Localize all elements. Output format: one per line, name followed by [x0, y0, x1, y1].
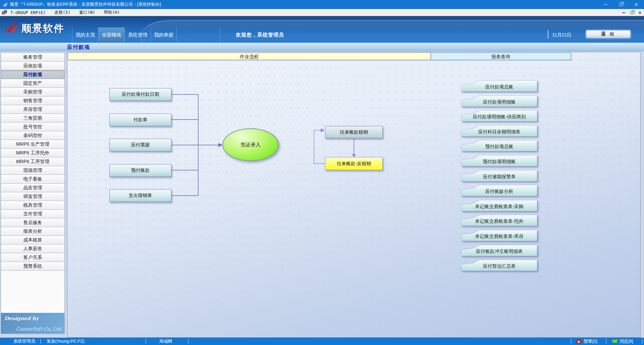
menu-item-0[interactable]: T-GROUP ERP(E) [10, 10, 46, 15]
report-button-label-2: 应付款项明细账-供应商别 [462, 111, 537, 121]
sidebar-item-19[interactable]: 售后服务 [1, 218, 64, 227]
status-messages[interactable]: 消息[9] [620, 338, 633, 345]
logout-button[interactable]: 退 出 [586, 30, 631, 38]
menu-item-2[interactable]: 窗口(W) [79, 10, 95, 15]
report-button-1[interactable]: 应付款项明细账 [462, 96, 537, 107]
report-button-label-7: 应付账龄分析 [462, 185, 537, 196]
flow-source-4[interactable]: 支出报销单 [109, 189, 171, 202]
status-separator [606, 339, 606, 344]
sidebar-item-13[interactable]: 现场管理 [1, 166, 64, 175]
menu-item-1[interactable]: 皮肤(S) [54, 10, 70, 15]
nav-tab-0[interactable]: 我的主页 [72, 27, 98, 43]
company-text: CenterSoft Co.,Ltd. [16, 326, 62, 332]
module-sidebar: 账务管理应收款项应付款项固定资产采购管理销售管理库存管理三角贸易批号管控条码管控… [1, 53, 65, 334]
current-date: 11月21日 [552, 27, 572, 43]
minimize-icon[interactable] [598, 0, 613, 9]
sidebar-item-4[interactable]: 采购管理 [1, 88, 64, 96]
sidebar-item-0[interactable]: 账务管理 [1, 53, 64, 62]
flow-source-0[interactable]: 应付款项付款日期 [109, 88, 171, 101]
flow-node-verify[interactable]: 往来账款核销 [325, 126, 383, 138]
nav-tab-3[interactable]: 我的单据 [151, 27, 177, 43]
menubar-items: T-GROUP ERP(E)皮肤(S)窗口(W)帮助(H) [10, 10, 128, 15]
sidebar-item-9[interactable]: 条码管控 [1, 131, 64, 140]
sidebar-item-2[interactable]: 应付款项 [1, 70, 64, 79]
flow-node-unverify[interactable]: 往来账款-反核销 [325, 157, 383, 170]
report-button-3[interactable]: 应付科目余额明细表 [462, 126, 537, 136]
report-button-label-8: 未记账交易检查表-采购 [462, 200, 537, 211]
status-network: 局域网 [159, 338, 172, 345]
report-button-label-0: 应付款项总账 [462, 81, 537, 91]
brand-logo-text: 顺景软件 [21, 22, 64, 36]
status-separator [642, 339, 642, 344]
report-button-7[interactable]: 应付账龄分析 [462, 185, 537, 196]
flow-source-1[interactable]: 付款单 [109, 114, 171, 126]
report-button-label-9: 未记账交易检查表-托外 [462, 215, 537, 226]
report-button-0[interactable]: 应付款项总账 [462, 81, 537, 91]
header-banner: 顺景软件 我的主页全部模块系统管理我的单据 欢迎您，系统管理员 11月21日 退… [0, 16, 644, 43]
sidebar-item-17[interactable]: 模具管理 [1, 201, 64, 210]
status-bar: 系统管理员 复杂(Young-PC:FZ) 局域网 预警[2] 消息[9] [0, 338, 644, 345]
mdi-close-icon[interactable]: × [639, 10, 641, 15]
flow-source-3[interactable]: 预付账款 [109, 164, 171, 177]
report-button-label-1: 应付款项明细账 [462, 96, 537, 107]
sidebar-item-24[interactable]: 预警系统 [1, 262, 64, 271]
designed-by-panel: Designed by CenterSoft Co.,Ltd. [1, 313, 64, 334]
sidebar-item-23[interactable]: 客户关系 [1, 253, 64, 262]
sidebar-item-10[interactable]: MRPII 生产管理 [1, 140, 64, 149]
report-button-9[interactable]: 未记账交易检查表-托外 [462, 215, 537, 226]
workflow-canvas: 作业流程 报表查询 应付款项付款日期付款单应付票据预付账款支出报销单 凭证录入 … [67, 52, 641, 338]
page-title-bar: 应付款项 [0, 43, 644, 51]
sidebar-item-7[interactable]: 三角贸易 [1, 114, 64, 123]
app-logo-icon [3, 2, 8, 7]
close-icon[interactable]: × [629, 0, 644, 9]
sidebar-item-18[interactable]: 文件管理 [1, 210, 64, 218]
brand-logo-icon [5, 21, 19, 36]
sidebar-item-21[interactable]: 成本核算 [1, 236, 64, 245]
report-button-label-4: 预付款项总账 [462, 140, 537, 151]
welcome-text: 欢迎您，系统管理员 [236, 27, 284, 43]
window-title: 顺景『T-GROUP』制造业ERP系统 - 东莞顺景软件科技有限公司 - [系统… [10, 2, 161, 7]
mdi-minimize-icon[interactable] [622, 12, 625, 13]
sidebar-item-15[interactable]: 品质管理 [1, 184, 64, 192]
status-separator [188, 339, 189, 344]
sidebar-item-22[interactable]: 人事薪资 [1, 245, 64, 253]
report-button-label-5: 预付款项明细账 [462, 155, 537, 166]
designed-by-text: Designed by [4, 316, 39, 322]
report-button-label-6: 应付逾期报警单 [462, 170, 537, 181]
sidebar-item-8[interactable]: 批号管控 [1, 123, 64, 131]
sidebar-item-16[interactable]: 研发管理 [1, 192, 64, 201]
date-separator [548, 30, 548, 39]
sidebar-item-5[interactable]: 销售管理 [1, 96, 64, 105]
report-button-label-11: 应付账款冲立账明细表 [462, 245, 537, 256]
sidebar-item-14[interactable]: 电子看板 [1, 175, 64, 184]
mdi-restore-icon[interactable] [631, 11, 633, 14]
status-alerts[interactable]: 预警[2] [584, 338, 597, 345]
status-separator [41, 339, 41, 344]
tab-separator [220, 27, 220, 43]
flow-source-2[interactable]: 应付票据 [109, 139, 171, 151]
restore-icon[interactable] [613, 0, 629, 9]
sidebar-item-11[interactable]: MRPII 工序托外 [1, 149, 64, 157]
report-button-4[interactable]: 预付款项总账 [462, 140, 537, 151]
nav-tab-1[interactable]: 全部模块 [98, 27, 124, 43]
brand-logo: 顺景软件 [5, 21, 64, 36]
nav-tabs: 我的主页全部模块系统管理我的单据 [72, 27, 177, 43]
report-button-8[interactable]: 未记账交易检查表-采购 [462, 200, 537, 211]
report-button-6[interactable]: 应付逾期报警单 [462, 170, 537, 181]
status-separator [571, 339, 571, 344]
nav-tab-2[interactable]: 系统管理 [124, 27, 151, 43]
menu-item-3[interactable]: 帮助(H) [104, 10, 120, 15]
report-button-5[interactable]: 预付款项明细账 [462, 155, 537, 166]
sidebar-item-12[interactable]: MRPII 工序管理 [1, 157, 64, 166]
flow-node-voucher-entry[interactable]: 凭证录入 [222, 128, 279, 161]
report-button-10[interactable]: 未记账交易检查表-库存 [462, 230, 537, 241]
sidebar-item-20[interactable]: 报表分析 [1, 227, 64, 236]
sidebar-menu: 账务管理应收款项应付款项固定资产采购管理销售管理库存管理三角贸易批号管控条码管控… [1, 53, 64, 271]
sidebar-item-3[interactable]: 固定资产 [1, 79, 64, 88]
menu-bar: T-GROUP ERP(E)皮肤(S)窗口(W)帮助(H) × [0, 9, 644, 16]
sidebar-item-1[interactable]: 应收款项 [1, 62, 64, 70]
report-button-2[interactable]: 应付款项明细账-供应商别 [462, 111, 537, 121]
report-button-12[interactable]: 应付暂估汇总表 [462, 260, 537, 271]
report-button-11[interactable]: 应付账款冲立账明细表 [462, 245, 537, 256]
sidebar-item-6[interactable]: 库存管理 [1, 105, 64, 114]
